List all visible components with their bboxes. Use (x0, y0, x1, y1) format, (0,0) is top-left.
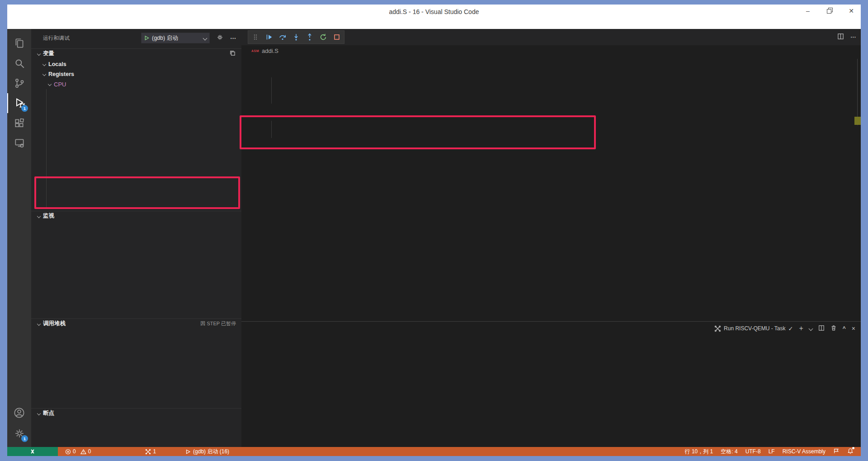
locals-label: Locals (48, 61, 66, 67)
kill-terminal-button[interactable] (830, 325, 837, 333)
asm-file-icon: ASM (251, 49, 259, 52)
language-mode[interactable]: RISC-V Assembly (783, 448, 826, 455)
window-title: addi.S - 16 - Visual Studio Code (7, 8, 861, 15)
call-stack-section-header[interactable]: 调用堆栈 因 STEP 已暂停 (31, 318, 241, 328)
split-editor-button[interactable] (837, 33, 844, 41)
debug-sidebar-header: 运行和调试 (gdb) 启动 ⋯ (31, 29, 241, 47)
notifications-button[interactable] (847, 448, 854, 456)
overview-ruler (857, 59, 858, 125)
eol[interactable]: LF (769, 448, 775, 455)
remote-icon (29, 448, 36, 455)
cpu-label: CPU (54, 81, 66, 88)
sidebar-title: 运行和调试 (43, 35, 70, 42)
launch-config-label: (gdb) 启动 (152, 34, 178, 42)
chevron-down-icon (37, 411, 41, 415)
debug-target-label: (gdb) 启动 (16) (193, 448, 229, 456)
chevron-down-icon (42, 62, 46, 66)
tree-item-locals[interactable]: Locals (31, 59, 241, 69)
breakpoints-section-header[interactable]: 断点 (31, 408, 241, 418)
trash-icon (830, 325, 837, 331)
sidebar-item-source-control[interactable] (7, 73, 31, 93)
debug-play-icon (185, 449, 191, 455)
terminal-output[interactable] (241, 335, 861, 447)
chevron-down-icon (37, 322, 41, 325)
terminal-task-select[interactable]: Run RISCV-QEMU - Task ✓ (714, 325, 793, 332)
window-controls: – ✕ (803, 7, 856, 14)
remote-indicator[interactable] (7, 447, 58, 456)
stop-button[interactable] (332, 33, 341, 42)
tree-item-registers[interactable]: Registers (31, 69, 241, 79)
paused-status: 因 STEP 已暂停 (200, 320, 236, 327)
collapse-subregions-icon[interactable] (229, 50, 236, 58)
tools-icon (145, 449, 151, 455)
sidebar-item-run-and-debug[interactable]: 1 (7, 93, 31, 113)
search-icon (14, 57, 25, 69)
error-icon (65, 449, 71, 455)
notification-dot (852, 447, 854, 449)
chevron-down-icon (203, 36, 208, 40)
breadcrumb-file: addi.S (262, 48, 278, 54)
maximize-panel-button[interactable]: ^ (843, 325, 846, 332)
problems-indicator[interactable]: 0 0 (65, 448, 91, 455)
encoding[interactable]: UTF-8 (745, 448, 761, 455)
step-out-button[interactable] (305, 33, 314, 42)
settings-button[interactable]: 1 (7, 423, 31, 443)
status-bar: 0 0 1 (gdb) 启动 (16) 行 10，列 1 空格: 4 UTF-8… (7, 447, 861, 456)
overview-current-line-marker (854, 117, 861, 125)
running-tasks-indicator[interactable]: 1 (145, 448, 156, 455)
titlebar: addi.S - 16 - Visual Studio Code – ✕ (7, 5, 861, 20)
close-button[interactable]: ✕ (846, 7, 856, 14)
start-debug-icon (144, 35, 149, 41)
variables-section-label: 变量 (43, 50, 54, 57)
breadcrumb[interactable]: ASM addi.S (241, 45, 861, 56)
cursor-position[interactable]: 行 10，列 1 (685, 448, 713, 456)
debug-settings-gear[interactable] (216, 33, 224, 43)
menu-bar (7, 20, 861, 29)
launch-config-select[interactable]: (gdb) 启动 (141, 33, 210, 43)
sidebar-item-remote-explorer[interactable] (7, 133, 31, 153)
account-button[interactable] (7, 403, 31, 423)
panel-header: Run RISCV-QEMU - Task ✓ + ^ (241, 322, 861, 335)
chevron-down-icon (37, 52, 41, 55)
status-bar-right: 行 10，列 1 空格: 4 UTF-8 LF RISC-V Assembly (685, 448, 861, 456)
chevron-down-icon[interactable] (808, 326, 813, 331)
debug-session-indicator[interactable]: (gdb) 启动 (16) (185, 448, 229, 456)
settings-badge: 1 (21, 435, 28, 442)
sidebar-item-extensions[interactable] (7, 113, 31, 133)
close-panel-button[interactable]: × (852, 325, 855, 332)
extensions-icon (14, 117, 25, 129)
indent-guide (271, 121, 272, 138)
toolbar-drag-handle[interactable] (251, 33, 260, 42)
chevron-down-icon (42, 72, 46, 76)
step-into-button[interactable] (292, 33, 301, 42)
watch-section-label: 监视 (43, 212, 54, 220)
continue-button[interactable] (264, 33, 274, 42)
indentation[interactable]: 空格: 4 (721, 448, 737, 456)
minimap[interactable] (807, 59, 855, 131)
new-terminal-button[interactable]: + (799, 324, 803, 333)
tools-icon (714, 325, 721, 332)
step-over-button[interactable] (278, 33, 287, 42)
gear-icon (216, 33, 224, 41)
restart-button[interactable] (319, 33, 328, 42)
files-icon (14, 38, 25, 49)
restore-button[interactable] (825, 7, 835, 14)
more-actions-button[interactable]: ⋯ (850, 34, 856, 40)
minimize-button[interactable]: – (803, 7, 813, 14)
tree-indent-guide (46, 89, 47, 209)
feedback-button[interactable] (833, 448, 840, 456)
warning-count: 0 (88, 448, 91, 455)
registers-label: Registers (48, 71, 74, 77)
call-stack-section-label: 调用堆栈 (43, 320, 66, 328)
tree-item-cpu[interactable]: CPU (31, 79, 241, 89)
sidebar-item-explorer[interactable] (7, 33, 31, 53)
feedback-icon (833, 448, 840, 454)
remote-explorer-icon (14, 137, 25, 149)
code-editor[interactable] (241, 56, 861, 321)
sidebar-item-search[interactable] (7, 53, 31, 73)
more-actions-button[interactable]: ⋯ (230, 35, 237, 42)
watch-section-header[interactable]: 监视 (31, 211, 241, 221)
vscode-window: addi.S - 16 - Visual Studio Code – ✕ (7, 5, 861, 456)
variables-section-header[interactable]: 变量 (31, 48, 241, 58)
split-terminal-button[interactable] (818, 325, 825, 333)
